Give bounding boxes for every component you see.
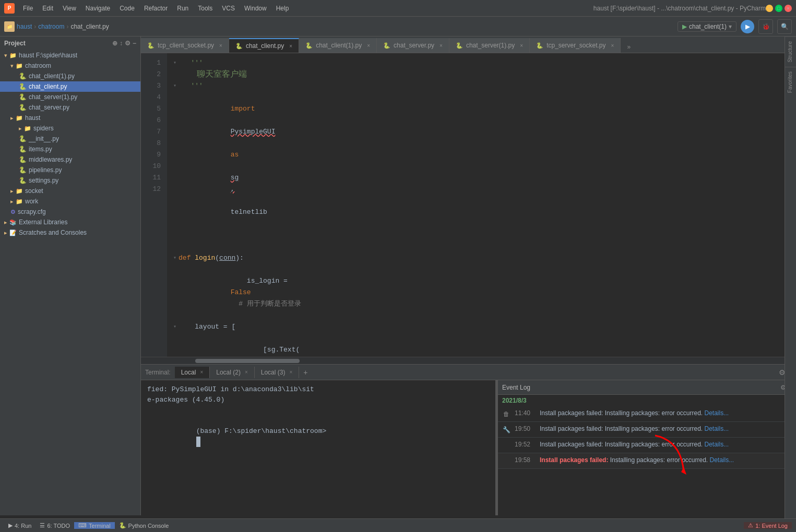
tab-close-icon[interactable]: × [200, 369, 203, 375]
event-log-status[interactable]: ⚠ 1: Event Log [744, 522, 792, 529]
tab-chat-server1[interactable]: 🐍 chat_server(1).py × [449, 38, 530, 53]
terminal-tab-local3[interactable]: Local (3) × [255, 367, 300, 378]
menu-help[interactable]: Help [272, 3, 293, 14]
sidebar-item-chat-client1[interactable]: 🐍 chat_client(1).py [0, 71, 140, 81]
sidebar-item-haust-root[interactable]: ▾ 📁 haust F:\spider\haust [0, 50, 140, 61]
search-button[interactable]: 🔍 [777, 19, 792, 34]
folder-icon: ▸ [10, 115, 14, 122]
sidebar-item-chatroom[interactable]: ▾ 📁 chatroom [0, 61, 140, 71]
sidebar-item-scrapy-cfg[interactable]: ⚙ scrapy.cfg [0, 207, 140, 217]
tree-label: haust [25, 114, 40, 122]
favorites-panel[interactable]: Favorites [785, 67, 796, 97]
fold-icon-9[interactable]: ▾ [173, 321, 176, 333]
tab-close-icon[interactable]: × [289, 369, 292, 375]
event-entry-4[interactable]: 19:58 Install packages failed: Installin… [498, 453, 796, 469]
tree-label: spiders [33, 125, 54, 132]
menu-window[interactable]: Window [240, 3, 271, 14]
tab-tcp-server-socket[interactable]: 🐍 tcp_server_socket.py × [530, 38, 621, 53]
menu-edit[interactable]: Edit [38, 3, 57, 14]
menu-file[interactable]: File [19, 3, 37, 14]
maximize-button[interactable]: □ [775, 5, 782, 12]
tab-close-icon[interactable]: × [367, 43, 370, 49]
sidebar-item-spiders[interactable]: ▸ 📁 spiders [0, 123, 140, 134]
details-link-4[interactable]: Details... [709, 456, 734, 464]
close-button[interactable]: × [785, 5, 792, 12]
terminal-tab-local[interactable]: Local × [175, 367, 210, 378]
tab-tcp-client-socket[interactable]: 🐍 tcp_client_socket.py × [141, 38, 229, 53]
run-status[interactable]: ▶ 4: Run [4, 522, 35, 529]
menu-view[interactable]: View [58, 3, 80, 14]
terminal-tab-local2[interactable]: Local (2) × [210, 367, 255, 378]
breadcrumb-chatroom[interactable]: chatroom [38, 23, 64, 30]
minimize-button[interactable]: − [766, 5, 773, 12]
sidebar-item-init[interactable]: 🐍 __init__.py [0, 134, 140, 144]
tab-label: tcp_client_socket.py [158, 42, 214, 49]
menu-vcs[interactable]: VCS [218, 3, 239, 14]
tab-close-icon[interactable]: × [289, 43, 292, 49]
tab-label: tcp_server_socket.py [546, 42, 605, 49]
terminal-status[interactable]: ⌨ Terminal [74, 522, 115, 529]
add-terminal-button[interactable]: + [299, 366, 312, 379]
fold-icon-1[interactable]: ▾ [173, 57, 176, 69]
python-console-status[interactable]: 🐍 Python Console [115, 522, 173, 529]
details-link-2[interactable]: Details... [705, 425, 729, 432]
sidebar-item-work[interactable]: ▸ 📁 work [0, 196, 140, 207]
tab-close-icon[interactable]: × [520, 43, 523, 49]
sidebar-item-socket[interactable]: ▸ 📁 socket [0, 186, 140, 196]
menu-tools[interactable]: Tools [194, 3, 217, 14]
terminal-content[interactable]: fied: PySimpleGUI in d:\anaconda3\lib\si… [141, 380, 496, 515]
event-entry-2[interactable]: 🔧 19:50 Install packages failed: Install… [498, 422, 796, 438]
sidebar-icon-1[interactable]: ⊕ [112, 40, 117, 47]
debug-button[interactable]: 🐞 [758, 19, 773, 34]
sidebar-item-chat-server1[interactable]: 🐍 chat_server(1).py [0, 92, 140, 102]
sidebar-gear-icon[interactable]: ⚙ [125, 40, 130, 47]
todo-status[interactable]: ☰ 6: TODO [35, 522, 74, 529]
sidebar-item-chat-server[interactable]: 🐍 chat_server.py [0, 102, 140, 113]
sidebar-item-scratches[interactable]: ▸ 📝 Scratches and Consoles [0, 227, 140, 238]
sidebar-item-chat-client[interactable]: 🐍 chat_client.py [0, 81, 140, 92]
code-editor[interactable]: 1 2 3 4 5 6 7 8 9 10 11 12 ▾ ''' [141, 53, 796, 357]
sidebar-item-items[interactable]: 🐍 items.py [0, 144, 140, 154]
python-icon: 🐍 [119, 522, 126, 529]
horizontal-scrollbar[interactable] [141, 357, 796, 364]
more-tabs-icon[interactable]: » [623, 41, 635, 53]
fold-icon-3[interactable]: ▾ [173, 80, 176, 92]
tab-close-icon[interactable]: × [611, 43, 614, 49]
sidebar-item-external-libs[interactable]: ▸ 📚 External Libraries [0, 217, 140, 227]
sidebar-close-icon[interactable]: − [133, 40, 136, 47]
run-config-selector[interactable]: ▶ chat_client(1) ▾ [678, 21, 736, 32]
cfg-icon: ⚙ [10, 209, 16, 215]
details-link-3[interactable]: Details... [705, 441, 729, 448]
tab-chat-client[interactable]: 🐍 chat_client.py × [229, 38, 299, 53]
tab-chat-server[interactable]: 🐍 chat_server.py × [377, 38, 449, 53]
tab-label: Local [181, 369, 196, 376]
tab-close-icon[interactable]: × [245, 369, 248, 375]
sidebar-item-middlewares[interactable]: 🐍 middlewares.py [0, 154, 140, 165]
tree-label: haust F:\spider\haust [19, 52, 77, 59]
menu-code[interactable]: Code [115, 3, 139, 14]
tab-close-icon[interactable]: × [219, 43, 222, 49]
run-config-dropdown-icon: ▾ [729, 23, 732, 30]
menu-refactor[interactable]: Refactor [140, 3, 172, 14]
breadcrumb-file[interactable]: chat_client.py [70, 23, 109, 30]
h-scroll-thumb[interactable] [195, 359, 300, 363]
tree-label: pipelines.py [29, 166, 62, 174]
sidebar-item-haust-sub[interactable]: ▸ 📁 haust [0, 113, 140, 123]
event-icon-3 [502, 441, 510, 450]
sidebar-icon-2[interactable]: ↕ [120, 40, 123, 47]
code-content[interactable]: ▾ ''' 聊天室客户端 ▾ ''' import [167, 53, 789, 357]
menu-run[interactable]: Run [173, 3, 193, 14]
menu-navigate[interactable]: Navigate [81, 3, 114, 14]
sidebar-item-settings[interactable]: 🐍 settings.py [0, 175, 140, 186]
tab-close-icon[interactable]: × [439, 43, 443, 49]
breadcrumb-haust[interactable]: haust [17, 23, 32, 30]
structure-panel[interactable]: Structure [785, 37, 796, 67]
tab-chat-client1[interactable]: 🐍 chat_client(1).py × [299, 38, 377, 53]
fold-icon-7[interactable]: ▾ [173, 252, 176, 264]
details-link-1[interactable]: Details... [705, 409, 729, 417]
sidebar-item-pipelines[interactable]: 🐍 pipelines.py [0, 165, 140, 175]
run-button[interactable]: ▶ [741, 20, 754, 33]
event-entry-1[interactable]: 🗑 11:40 Install packages failed: Install… [498, 406, 796, 422]
event-entry-3[interactable]: 19:52 Install packages failed: Installin… [498, 438, 796, 453]
main-area: Project ⊕ ↕ ⚙ − ▾ 📁 haust F:\spider\haus… [0, 37, 796, 515]
